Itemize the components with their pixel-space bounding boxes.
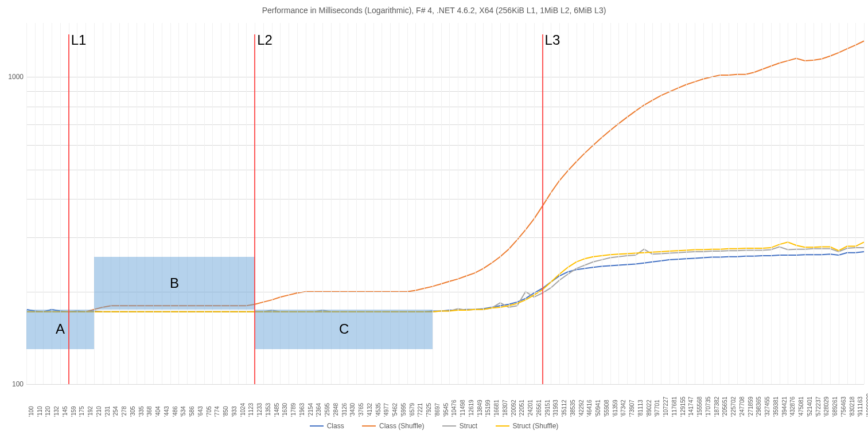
x-axis-label: '830218	[849, 397, 855, 417]
gridline	[26, 91, 864, 92]
x-axis-label: '13849	[477, 400, 483, 417]
x-axis-label: '42292	[578, 400, 585, 417]
x-axis-label: '534	[180, 406, 186, 417]
vgrid	[458, 23, 458, 384]
vgrid	[788, 23, 788, 384]
x-axis-label: '73907	[629, 400, 635, 417]
x-axis-label: '298365	[756, 397, 762, 417]
x-axis-label: '107227	[663, 397, 669, 417]
vgrid	[238, 23, 239, 384]
x-axis-label: '404	[155, 406, 161, 417]
cache-marker-label-L1: L1	[71, 32, 87, 48]
region-label-B: B	[170, 275, 179, 291]
vgrid	[661, 23, 661, 384]
x-axis-label: '129155	[680, 397, 686, 417]
vgrid	[111, 23, 111, 384]
x-axis-label: '1353	[265, 403, 271, 417]
x-axis-label: '110	[37, 406, 43, 417]
vgrid	[602, 23, 602, 384]
x-axis-label: '327455	[764, 397, 770, 417]
x-axis-label: '132	[53, 406, 60, 417]
vgrid	[492, 23, 492, 384]
legend-item-class-shuffle: Class (Shuffle)	[362, 422, 424, 430]
x-axis-label: '475081	[798, 397, 804, 417]
x-axis-label: '18307	[502, 400, 508, 417]
x-axis-label: '26561	[536, 400, 542, 417]
vgrid	[822, 23, 822, 384]
x-axis-label: '159	[71, 406, 77, 417]
vgrid	[509, 23, 509, 384]
vgrid	[813, 23, 814, 384]
vgrid	[780, 23, 780, 384]
vgrid	[847, 23, 848, 384]
chart-title: Performance in Milliseconds (Logarithmic…	[0, 6, 868, 15]
vgrid	[526, 23, 526, 384]
vgrid	[618, 23, 619, 384]
vgrid	[204, 23, 205, 384]
vgrid	[593, 23, 594, 384]
x-axis-label: '247708	[739, 397, 745, 417]
x-axis-label: '97701	[654, 400, 660, 417]
x-axis-label: '2595	[324, 403, 330, 417]
legend: Class Class (Shuffle) Struct Struct (Shu…	[0, 420, 868, 430]
vgrid	[103, 23, 103, 384]
vgrid	[746, 23, 746, 384]
x-axis-label: '31993	[552, 400, 559, 417]
x-axis-label: '628029	[823, 397, 830, 417]
x-axis-label: '933	[231, 406, 238, 417]
vgrid	[636, 23, 636, 384]
x-axis-label: '22051	[519, 400, 525, 417]
x-axis-label: '643	[197, 406, 204, 417]
cache-marker-L2	[254, 34, 255, 384]
x-axis-label: '911163	[857, 397, 863, 417]
x-axis-label: '368	[146, 406, 153, 417]
x-axis-label: '4535	[375, 403, 382, 417]
y-axis-label: 1000	[8, 73, 24, 81]
x-axis-label: '89022	[646, 400, 652, 417]
x-axis-label: '7925	[426, 403, 432, 417]
x-axis-label: '231	[104, 406, 111, 417]
x-axis-label: '1963	[299, 403, 305, 417]
x-axis-label: '2364	[316, 403, 322, 417]
x-axis-label: '81113	[637, 400, 644, 417]
vgrid	[754, 23, 754, 384]
x-axis-label: '5995	[400, 403, 407, 417]
vgrid	[712, 23, 713, 384]
x-axis-label: '1233	[256, 403, 263, 417]
x-axis-label: '67342	[620, 400, 626, 417]
gridline	[26, 107, 864, 107]
gridline	[26, 170, 864, 170]
x-axis-label: '24201	[527, 400, 534, 417]
vgrid	[517, 23, 517, 384]
x-axis-label: '4977	[383, 403, 390, 417]
vgrid	[246, 23, 247, 384]
x-axis-label: '145	[62, 406, 68, 417]
x-axis-label: '10476	[451, 400, 457, 417]
x-axis-label: '278	[121, 406, 127, 417]
x-axis-label: '50941	[595, 400, 601, 417]
gridline	[26, 384, 864, 385]
vgrid	[466, 23, 467, 384]
vgrid	[568, 23, 569, 384]
vgrid	[170, 23, 171, 384]
cache-marker-label-L3: L3	[545, 32, 560, 48]
vgrid	[737, 23, 738, 384]
x-axis-label: '850	[223, 406, 229, 417]
vgrid	[610, 23, 611, 384]
vgrid	[187, 23, 188, 384]
x-axis-label: '9545	[443, 403, 449, 417]
legend-item-struct: Struct	[442, 422, 477, 430]
x-axis-label: '11498	[460, 400, 466, 417]
x-axis-label: '29151	[544, 400, 551, 417]
x-axis-label: '3765	[358, 403, 364, 417]
x-axis-label: '155568	[696, 397, 703, 417]
vgrid	[475, 23, 476, 384]
x-axis-label: '192	[87, 406, 94, 417]
vgrid	[196, 23, 196, 384]
vgrid	[577, 23, 577, 384]
x-axis-label: '2154	[308, 403, 314, 417]
vgrid	[483, 23, 484, 384]
x-axis-label: '170735	[705, 397, 711, 417]
x-axis-label: '61359	[612, 400, 618, 417]
x-axis-label: '1123	[248, 403, 254, 417]
